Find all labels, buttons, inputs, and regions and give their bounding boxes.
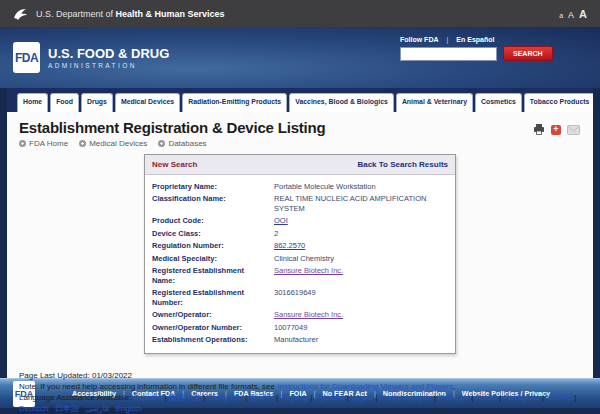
back-to-search-results-link[interactable]: Back To Search Results — [357, 160, 448, 169]
detail-label: Registered Establishment Number: — [152, 288, 274, 307]
fda-header-title: U.S. FOOD & DRUG ADMINISTRATION — [48, 46, 169, 69]
nav-tab-food[interactable]: Food — [50, 93, 79, 112]
detail-link-ooi[interactable]: OOI — [274, 216, 288, 225]
language-link-krey-l-ayisyen[interactable]: Kreyòl Ayisyen — [379, 393, 431, 402]
detail-row-proprietary-name: Proprietary Name:Portable Molecule Works… — [152, 180, 448, 193]
en-espanol-link[interactable]: En Español — [456, 36, 494, 43]
format-note: Note: If you need help accessing informa… — [19, 381, 581, 392]
language-link-espa-ol[interactable]: Español — [134, 393, 163, 402]
breadcrumb-label: Databases — [168, 139, 206, 148]
language-link-ti-ng-vi-t[interactable]: Tiếng Việt — [208, 393, 244, 402]
language-link-lang-3[interactable]: 한국어 — [250, 393, 274, 402]
language-link-lang-13[interactable]: 日本語 — [55, 404, 79, 413]
detail-row-registered-establishment-name: Registered Establishment Name:Sansure Bi… — [152, 265, 448, 287]
detail-row-device-class: Device Class:2 — [152, 227, 448, 240]
language-label: Language Assistance Available: — [19, 393, 131, 402]
font-size-2[interactable]: A — [579, 8, 587, 20]
follow-fda-link[interactable]: Follow FDA — [400, 36, 439, 43]
detail-label: Device Class: — [152, 229, 274, 239]
fda-title-line1: U.S. FOOD & DRUG — [48, 46, 169, 61]
language-link-fran-ais[interactable]: Français — [438, 393, 469, 402]
detail-link-sansure-biotech-inc[interactable]: Sansure Biotech Inc. — [274, 310, 343, 319]
detail-value: OOI — [274, 216, 448, 226]
nav-tab-radiation-emitting-products[interactable]: Radiation-Emitting Products — [182, 93, 287, 112]
last-updated: Page Last Updated: 01/03/2022 — [19, 370, 581, 381]
detail-row-product-code: Product Code:OOI — [152, 215, 448, 228]
page-action-icons: + — [533, 121, 580, 139]
detail-label: Proprietary Name: — [152, 182, 274, 192]
device-detail-panel: New Search Back To Search Results Propri… — [144, 154, 456, 354]
detail-value: Sansure Biotech Inc. — [274, 266, 448, 285]
breadcrumb-fda-home[interactable]: FDA Home — [19, 139, 68, 148]
font-size-1[interactable]: A — [568, 10, 574, 20]
breadcrumb-bullet-icon — [19, 140, 26, 147]
detail-value: 3016619649 — [274, 288, 448, 307]
detail-row-classification-name: Classification Name:REAL TIME NUCLEIC AC… — [152, 193, 448, 215]
share-icon[interactable]: + — [551, 125, 561, 135]
detail-label: Product Code: — [152, 216, 274, 226]
hhs-top-bar: U.S. Department of Health & Human Servic… — [0, 0, 600, 27]
language-link-polski[interactable]: Polski — [476, 393, 497, 402]
detail-label: Registered Establishment Name: — [152, 266, 274, 285]
detail-label: Classification Name: — [152, 194, 274, 213]
font-size-0[interactable]: a — [559, 12, 563, 19]
detail-value: REAL TIME NUCLEIC ACID AMPLIFICATION SYS… — [274, 194, 448, 213]
language-link-tagalog[interactable]: Tagalog — [280, 393, 308, 402]
nav-tab-tobacco-products[interactable]: Tobacco Products — [524, 93, 593, 112]
search-button[interactable]: SEARCH — [503, 46, 553, 61]
detail-row-establishment-operations: Establishment Operations:Manufacturer — [152, 334, 448, 347]
detail-row-owner-operator-number: Owner/Operator Number:10077049 — [152, 321, 448, 334]
language-link-english[interactable]: English — [115, 404, 141, 413]
hhs-department-label: U.S. Department of Health & Human Servic… — [36, 9, 225, 19]
language-link-italiano[interactable]: Italiano — [546, 393, 572, 402]
language-separator: | — [572, 393, 576, 402]
viewers-players-link[interactable]: Instructions for Downloading Viewers and… — [277, 382, 453, 391]
breadcrumb: FDA HomeMedical DevicesDatabases — [19, 139, 581, 148]
nav-tab-animal-veterinary[interactable]: Animal & Veterinary — [396, 93, 473, 112]
language-link-lang-6[interactable]: العربية — [351, 393, 373, 402]
detail-value: Sansure Biotech Inc. — [274, 310, 448, 320]
detail-link-sansure-biotech-inc[interactable]: Sansure Biotech Inc. — [274, 266, 343, 275]
page-info-block: Page Last Updated: 01/03/2022 Note: If y… — [19, 370, 581, 414]
search-row: SEARCH — [400, 46, 550, 61]
breadcrumb-databases[interactable]: Databases — [158, 139, 206, 148]
detail-value: Manufacturer — [274, 335, 448, 345]
font-size-controls: aAA — [559, 8, 587, 20]
detail-link-862-2570[interactable]: 862.2570 — [274, 241, 305, 250]
search-input[interactable] — [400, 47, 497, 61]
email-icon[interactable] — [567, 121, 580, 139]
header-search-area: Follow FDA | En Español SEARCH — [400, 36, 550, 61]
breadcrumb-label: FDA Home — [29, 139, 68, 148]
language-link-deutsch[interactable]: Deutsch — [19, 404, 48, 413]
detail-label: Owner/Operator: — [152, 310, 274, 320]
nav-tab-vaccines-blood-biologics[interactable]: Vaccines, Blood & Biologics — [289, 93, 394, 112]
breadcrumb-medical-devices[interactable]: Medical Devices — [79, 139, 147, 148]
page-title: Establishment Registration & Device List… — [19, 119, 581, 136]
language-link-lang-14[interactable]: فارسی — [85, 404, 109, 413]
note-period: . — [453, 382, 455, 391]
detail-value: Clinical Chemistry — [274, 254, 448, 264]
fda-logo[interactable]: FDA — [13, 42, 40, 73]
detail-row-registered-establishment-number: Registered Establishment Number:30166196… — [152, 287, 448, 309]
note-text: Note: If you need help accessing informa… — [19, 382, 277, 391]
hhs-eagle-icon — [13, 7, 29, 21]
language-assistance: Language Assistance Available: Español |… — [19, 392, 581, 414]
header-links-separator: | — [447, 36, 449, 43]
detail-row-owner-operator: Owner/Operator:Sansure Biotech Inc. — [152, 309, 448, 322]
nav-tab-cosmetics[interactable]: Cosmetics — [475, 93, 522, 112]
language-link-lang-1[interactable]: 繁體中文 — [169, 393, 201, 402]
language-link-lang-5[interactable]: Русский — [315, 393, 345, 402]
detail-label: Regulation Number: — [152, 241, 274, 251]
language-link-portugu-s[interactable]: Português — [503, 393, 539, 402]
fda-header: FDA U.S. FOOD & DRUG ADMINISTRATION Foll… — [0, 27, 600, 88]
content-area: Establishment Registration & Device List… — [7, 112, 593, 378]
dept-prefix: U.S. Department of — [36, 9, 113, 19]
panel-header: New Search Back To Search Results — [145, 155, 455, 175]
nav-tabs: HomeFoodDrugsMedical DevicesRadiation-Em… — [7, 88, 593, 112]
detail-row-regulation-number: Regulation Number:862.2570 — [152, 240, 448, 253]
nav-tab-home[interactable]: Home — [17, 93, 48, 112]
nav-tab-medical-devices[interactable]: Medical Devices — [115, 93, 180, 112]
nav-tab-drugs[interactable]: Drugs — [81, 93, 113, 112]
print-icon[interactable] — [533, 121, 545, 139]
new-search-link[interactable]: New Search — [152, 160, 197, 169]
